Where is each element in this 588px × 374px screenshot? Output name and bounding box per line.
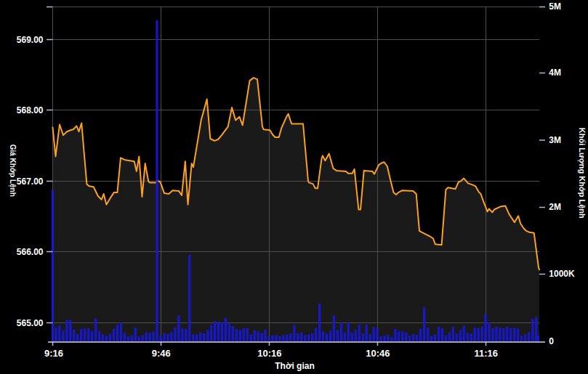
svg-text:569.00: 569.00: [17, 35, 44, 45]
svg-text:10:16: 10:16: [257, 348, 281, 359]
svg-text:2M: 2M: [549, 202, 561, 212]
svg-text:9:16: 9:16: [44, 348, 63, 359]
svg-text:5M: 5M: [549, 1, 561, 12]
svg-text:1000K: 1000K: [549, 269, 575, 279]
svg-text:567.00: 567.00: [17, 176, 44, 187]
svg-text:0: 0: [549, 336, 554, 346]
svg-text:9:46: 9:46: [152, 348, 171, 359]
svg-text:3M: 3M: [549, 135, 561, 145]
svg-text:568.00: 568.00: [17, 105, 44, 115]
svg-text:565.00: 565.00: [17, 318, 44, 328]
svg-text:Thời gian: Thời gian: [275, 361, 315, 371]
svg-text:Khối Lượng Khớp Lệnh: Khối Lượng Khớp Lệnh: [577, 128, 587, 219]
svg-text:11:16: 11:16: [474, 348, 498, 359]
svg-text:10:46: 10:46: [366, 348, 390, 359]
svg-text:4M: 4M: [549, 68, 561, 78]
svg-text:Giá Khớp Lệnh: Giá Khớp Lệnh: [8, 145, 17, 197]
svg-text:566.00: 566.00: [17, 247, 44, 257]
